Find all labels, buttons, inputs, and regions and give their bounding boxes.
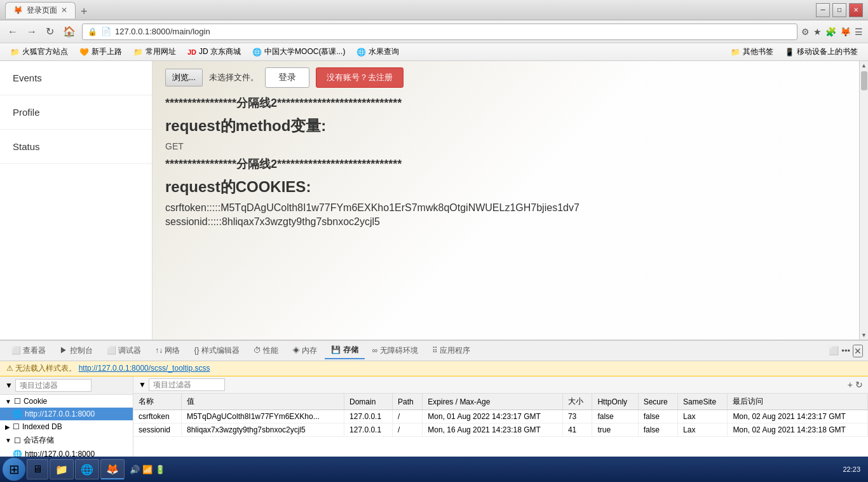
- devtools-tab-application[interactable]: ⠿ 应用程序: [426, 343, 477, 359]
- tree-item-icon: ☐: [14, 397, 21, 406]
- scroll-bar[interactable]: ▲ ▼: [859, 61, 868, 340]
- minimize-button[interactable]: ─: [816, 3, 830, 17]
- taskbar-browser-item[interactable]: 🦊: [100, 459, 125, 479]
- devtools-table-filter: ▼ + ↻: [133, 376, 868, 394]
- col-header-expires: Expires / Max-Age: [423, 394, 563, 410]
- bookmark-newuser[interactable]: 🧡 新手上路: [74, 45, 127, 59]
- taskbar-item-1[interactable]: 🖥: [27, 459, 48, 479]
- home-button[interactable]: 🏠: [60, 24, 78, 39]
- tree-item-cookie-localhost[interactable]: 🌐 http://127.0.0.1:8000: [0, 408, 133, 420]
- address-bar[interactable]: 🔒 📄: [82, 24, 797, 40]
- sidebar-item-events[interactable]: Events: [0, 61, 152, 95]
- extensions-button[interactable]: ⚙: [801, 27, 810, 37]
- tree-item-label: Indexed DB: [22, 422, 62, 431]
- extensions2-button[interactable]: 🧩: [825, 27, 836, 37]
- devtools-tab-network[interactable]: ↑↓ 网络: [149, 343, 186, 359]
- col-header-lastaccess: 最后访问: [728, 394, 868, 410]
- taskbar-network-icon: 📶: [142, 465, 153, 474]
- cookie-samesite: Lax: [678, 410, 728, 423]
- bookmark-other[interactable]: 📁 其他书签: [726, 45, 778, 59]
- devtools-filter-input[interactable]: [15, 379, 92, 392]
- taskbar: ⊞ 🖥 📁 🌐 🦊 🔊 📶 🔋 22:23: [0, 457, 868, 482]
- tree-item-session-storage[interactable]: ▼ ☐ 会话存储: [0, 433, 133, 448]
- storage-icon: ☐: [14, 436, 21, 445]
- devtools-more-button[interactable]: •••: [841, 346, 850, 355]
- sidebar-item-status[interactable]: Status: [0, 130, 152, 164]
- tab-title: 登录页面: [27, 5, 57, 16]
- taskbar-system-icons: 🔊 📶 🔋: [126, 465, 169, 474]
- bookmark-mobile[interactable]: 📱 移动设备上的书签: [780, 45, 863, 59]
- add-cookie-button[interactable]: +: [848, 380, 853, 390]
- scroll-down-button[interactable]: ▼: [861, 332, 867, 338]
- tree-item-cookie[interactable]: ▼ ☐ Cookie: [0, 395, 133, 408]
- bookmark-label: 其他书签: [743, 46, 773, 57]
- scroll-thumb[interactable]: [861, 71, 867, 90]
- bookmark-firefox[interactable]: 📁 火狐官方站点: [5, 45, 73, 59]
- cookie-domain: 127.0.0.1: [344, 410, 393, 423]
- devtools-tab-inspector[interactable]: ⬜ 查看器: [5, 343, 52, 359]
- devtools-table-filter-input[interactable]: [149, 378, 225, 391]
- cookie-expires: Mon, 01 Aug 2022 14:23:17 GMT: [423, 410, 563, 423]
- bookmark-common[interactable]: 📁 常用网址: [128, 45, 181, 59]
- console-icon: ▶: [60, 346, 67, 355]
- login-button[interactable]: 登录: [265, 67, 309, 88]
- forward-button[interactable]: →: [24, 25, 39, 39]
- bookmark-button[interactable]: ★: [813, 27, 822, 37]
- menu-button[interactable]: ☰: [855, 27, 863, 37]
- col-header-path: Path: [393, 394, 423, 410]
- bookmark-fruit[interactable]: 🌐 水果查询: [351, 45, 404, 59]
- cookie-value: 8hliqax7x3wzgty9thg7sbnxoc2ycjl5: [181, 423, 344, 437]
- devtools-tab-storage[interactable]: 💾 存储: [325, 342, 364, 359]
- devtools-tab-debugger[interactable]: ⬜ 调试器: [100, 343, 147, 359]
- cookie-expires: Mon, 16 Aug 2021 14:23:18 GMT: [423, 423, 563, 437]
- bookmark-jd[interactable]: JD JD 京东商城: [182, 45, 246, 59]
- col-header-size: 大小: [562, 394, 592, 410]
- scroll-up-button[interactable]: ▲: [861, 62, 867, 69]
- devtools-tab-style-editor[interactable]: {} 样式编辑器: [187, 343, 245, 359]
- cookie-name: csrftoken: [133, 410, 181, 423]
- cookie-size: 41: [562, 423, 592, 437]
- back-button[interactable]: ←: [5, 25, 20, 39]
- col-header-secure: Secure: [638, 394, 677, 410]
- maximize-button[interactable]: □: [832, 3, 846, 17]
- tree-item-label: http://127.0.0.1:8000: [25, 410, 95, 418]
- devtools-close-button[interactable]: ✕: [853, 345, 863, 357]
- warning-link[interactable]: http://127.0.0.1:8000/scss/_tooltip.scss: [79, 364, 210, 373]
- filter-label: ▼: [139, 380, 146, 389]
- page-icon: 📄: [101, 27, 111, 36]
- bookmark-mooc[interactable]: 🌐 中国大学MOOC(慕课...): [247, 45, 350, 59]
- tree-item-label: Cookie: [24, 397, 47, 406]
- tab-close-button[interactable]: ✕: [61, 6, 67, 15]
- browse-button[interactable]: 浏览...: [165, 69, 203, 86]
- url-input[interactable]: [115, 27, 792, 36]
- browser-tab[interactable]: 🦊 登录页面 ✕: [5, 2, 76, 18]
- devtools-tab-accessibility[interactable]: ∞ 无障碍环境: [366, 343, 424, 359]
- close-button[interactable]: ✕: [849, 3, 863, 17]
- devtools-dock-button[interactable]: ⬜: [829, 346, 839, 355]
- reload-button[interactable]: ↻: [43, 24, 57, 39]
- cookie-size: 73: [562, 410, 592, 423]
- tree-item-indexeddb[interactable]: ▶ ☐ Indexed DB: [0, 420, 133, 433]
- cookie-domain: 127.0.0.1: [344, 423, 393, 437]
- bookmark-label: 常用网址: [146, 46, 176, 57]
- firefox-account-button[interactable]: 🦊: [840, 27, 851, 37]
- sidebar-item-profile[interactable]: Profile: [0, 95, 152, 130]
- register-button[interactable]: 没有账号？去注册: [316, 67, 403, 88]
- bookmark-label: JD 京东商城: [199, 46, 241, 57]
- devtools-tab-performance[interactable]: ⏱ 性能: [247, 343, 285, 359]
- style-icon: {}: [194, 346, 199, 355]
- start-button[interactable]: ⊞: [3, 458, 25, 481]
- devtools-tab-memory[interactable]: ◈ 内存: [286, 343, 323, 359]
- chevron-down-icon: ▼: [5, 398, 11, 405]
- devtools-tab-console[interactable]: ▶ 控制台: [53, 343, 98, 359]
- new-tab-button[interactable]: +: [76, 5, 93, 18]
- refresh-button[interactable]: ↻: [855, 380, 863, 390]
- taskbar-item-2[interactable]: 📁: [50, 459, 74, 479]
- taskbar-item-3[interactable]: 🌐: [75, 459, 99, 479]
- method-title: request的method变量:: [165, 116, 846, 136]
- cookie-name: sessionid: [133, 423, 181, 437]
- bookmark-icon: 🧡: [79, 48, 89, 57]
- navigation-bar: ← → ↻ 🏠 🔒 📄 ⚙ ★ 🧩 🦊 ☰: [0, 20, 868, 43]
- cookie-row-csrf[interactable]: csrftoken M5TqDAgUColth8I1w77FYm6EXKho..…: [133, 410, 868, 423]
- cookie-row-sessionid[interactable]: sessionid 8hliqax7x3wzgty9thg7sbnxoc2ycj…: [133, 423, 868, 437]
